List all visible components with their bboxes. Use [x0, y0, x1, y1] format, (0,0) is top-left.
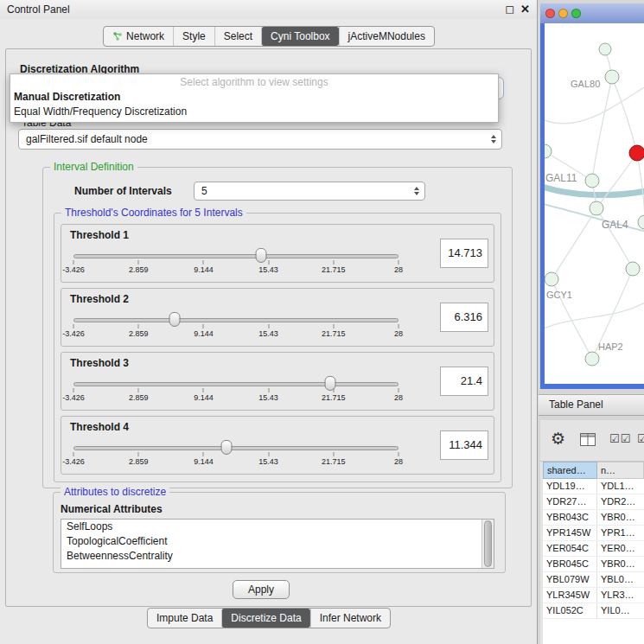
node-label-gal80[interactable]: GAL80: [571, 79, 600, 89]
attributes-scrollbar[interactable]: [481, 520, 494, 568]
interval-definition-title: Interval Definition: [50, 161, 137, 173]
table-cell[interactable]: YIL0…: [597, 603, 644, 618]
select-columns-icon[interactable]: ☑☑: [609, 432, 631, 445]
node-label-gcy1[interactable]: GCY1: [546, 290, 572, 300]
columns-icon[interactable]: [580, 433, 596, 449]
table-row[interactable]: YDL19… YDL1…: [543, 479, 644, 494]
table-cell[interactable]: YPR1…: [597, 526, 644, 540]
tick-label: -3.426: [62, 265, 85, 274]
tick-label: 21.715: [322, 329, 346, 338]
attribute-list-item[interactable]: BetweennessCentrality: [61, 549, 481, 564]
network-canvas[interactable]: GAL80 GAL11 GAL4 GCY1 HAP2: [545, 23, 644, 384]
threshold-1-value-field[interactable]: 14.713: [440, 239, 488, 268]
column-header-name[interactable]: n…: [597, 462, 644, 479]
tab-impute-data[interactable]: Impute Data: [148, 609, 221, 628]
network-node-gcy1[interactable]: [545, 272, 558, 286]
network-window-titlebar: [540, 3, 644, 23]
number-of-intervals-value: 5: [194, 185, 409, 197]
network-node[interactable]: [545, 144, 552, 158]
table-cell[interactable]: YBR043C: [543, 510, 597, 525]
slider-track[interactable]: [73, 254, 399, 258]
tab-network-label: Network: [126, 30, 164, 42]
tab-style[interactable]: Style: [173, 27, 214, 46]
threshold-1-slider[interactable]: -3.4262.8599.14415.4321.71528: [73, 247, 399, 280]
table-cell[interactable]: YLR345W: [543, 588, 597, 603]
close-window-icon[interactable]: ✕: [520, 3, 530, 16]
table-cell[interactable]: YPR145W: [543, 526, 597, 540]
threshold-4-value-field[interactable]: 11.344: [440, 430, 488, 460]
tab-select[interactable]: Select: [214, 27, 261, 46]
node-label-hap2[interactable]: HAP2: [598, 341, 623, 352]
table-data-combo[interactable]: galFiltered.sif default node: [18, 129, 502, 150]
attribute-list-item[interactable]: SelfLoops: [61, 520, 481, 534]
table-row[interactable]: YBR045C YBR0…: [543, 557, 644, 572]
table-cell[interactable]: YER054C: [543, 541, 597, 556]
network-node[interactable]: [599, 43, 611, 55]
node-label-gal4[interactable]: GAL4: [602, 219, 628, 231]
tab-infer-network-label: Infer Network: [320, 612, 381, 624]
tab-discretize-data[interactable]: Discretize Data: [221, 609, 309, 628]
numerical-attributes-label: Numerical Attributes: [61, 503, 163, 515]
number-of-intervals-label: Number of Intervals: [74, 185, 172, 197]
number-of-intervals-combo[interactable]: 5: [194, 182, 425, 201]
table-row[interactable]: YDR27… YDR2…: [543, 494, 644, 510]
combo-stepper-icon[interactable]: [486, 135, 501, 143]
network-node-gal80[interactable]: [605, 70, 619, 84]
table-cell[interactable]: YBR045C: [543, 557, 597, 571]
network-node-selected-red[interactable]: [629, 145, 644, 161]
attributes-group-title: Attributes to discretize: [61, 486, 169, 498]
table-cell[interactable]: YDR27…: [543, 494, 597, 509]
table-row[interactable]: YPR145W YPR1…: [543, 526, 644, 541]
table-cell[interactable]: YIL052C: [543, 603, 597, 618]
algorithm-dropdown-popup: Select algorithm to view settings Manual…: [10, 73, 499, 123]
minimize-traffic-light[interactable]: [558, 9, 568, 18]
table-cell[interactable]: YDL1…: [597, 479, 644, 494]
node-label-gal11[interactable]: GAL11: [545, 172, 577, 184]
table-row[interactable]: YBL079W YBL0…: [543, 572, 644, 588]
table-cell[interactable]: YLR3…: [597, 588, 644, 603]
table-row[interactable]: YLR345W YLR3…: [543, 588, 644, 603]
threshold-2-slider[interactable]: -3.4262.8599.14415.4321.71528: [73, 311, 399, 344]
algorithm-option-manual[interactable]: Manual Discretization: [10, 89, 498, 104]
apply-button[interactable]: Apply: [233, 580, 290, 599]
slider-track[interactable]: [73, 318, 399, 322]
threshold-3-slider[interactable]: -3.4262.8599.14415.4321.71528: [73, 375, 399, 408]
network-node-gal11[interactable]: [585, 174, 599, 188]
slider-track[interactable]: [73, 382, 399, 386]
network-graph[interactable]: [545, 23, 644, 384]
table-cell[interactable]: YER0…: [597, 541, 644, 556]
table-row[interactable]: YBR043C YBR0…: [543, 510, 644, 526]
table-cell[interactable]: YBR0…: [597, 557, 644, 571]
zoom-traffic-light[interactable]: [571, 9, 581, 18]
gear-icon[interactable]: ⚙: [551, 429, 565, 449]
tab-cyni-toolbox[interactable]: Cyni Toolbox: [261, 27, 338, 46]
table-cell[interactable]: YBL0…: [597, 572, 644, 587]
close-traffic-light[interactable]: [545, 9, 555, 18]
table-row[interactable]: YER054C YER0…: [543, 541, 644, 557]
table-row[interactable]: YIL052C YIL0…: [543, 603, 644, 619]
scrollbar-thumb[interactable]: [484, 520, 492, 567]
slider-track[interactable]: [73, 446, 399, 450]
table-cell[interactable]: YBR0…: [597, 510, 644, 525]
float-window-icon[interactable]: ◻: [505, 3, 514, 16]
table-cell[interactable]: YDL19…: [543, 479, 597, 494]
checkbox-icon[interactable]: ☑: [637, 432, 644, 445]
tab-network[interactable]: Network: [104, 27, 173, 46]
table-cell[interactable]: YDR2…: [597, 494, 644, 509]
network-node-gal4[interactable]: [590, 201, 603, 215]
top-tab-bar: Network Style Select Cyni Toolbox jActiv…: [103, 26, 435, 47]
threshold-4-slider[interactable]: -3.4262.8599.14415.4321.71528: [73, 439, 399, 472]
algorithm-option-equal-width[interactable]: Equal Width/Frequency Discretization: [10, 104, 498, 118]
attribute-list-item[interactable]: TopologicalCoefficient: [61, 534, 481, 549]
combo-stepper-icon[interactable]: [409, 187, 424, 195]
tab-infer-network[interactable]: Infer Network: [310, 609, 390, 628]
network-node-hap2[interactable]: [585, 352, 599, 366]
network-node[interactable]: [626, 262, 640, 276]
table-cell[interactable]: YBL079W: [543, 572, 597, 587]
column-header-shared-name[interactable]: shared…: [543, 462, 597, 479]
threshold-3-value-field[interactable]: 21.4: [440, 367, 488, 396]
threshold-4-label: Threshold 4: [70, 421, 129, 433]
tab-jactivemnodules[interactable]: jActiveMNodules: [339, 27, 434, 46]
threshold-2-value-field[interactable]: 6.316: [440, 303, 488, 332]
network-node[interactable]: [638, 215, 644, 229]
